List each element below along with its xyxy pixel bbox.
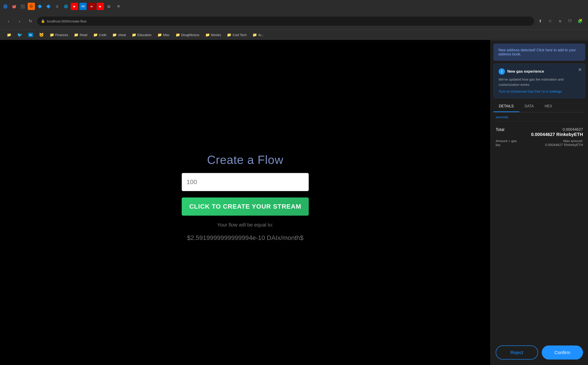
gas-notice-header: i New gas experience (499, 68, 580, 75)
folder-icon-education: 📁 (132, 33, 136, 37)
tab-favicon-7[interactable]: 🌐 (62, 3, 69, 10)
bookmark-cooltech[interactable]: 📁 Cool Tech (225, 32, 249, 38)
tab-favicon-yt2[interactable]: ▶ (97, 3, 104, 10)
total-row: Total 0.00044627 0.00044627 RinkebyETH (496, 127, 583, 137)
bookmarks-bar: 📁 🐦 in 🐱 📁 Finances 📁 Read 📁 Code 📁 chea… (0, 29, 588, 40)
address-banner[interactable]: New address detected! Click here to add … (493, 44, 585, 61)
folder-icon-movies: 📁 (205, 33, 210, 37)
folder-icon-code: 📁 (93, 33, 98, 37)
tab-favicon-6[interactable]: ||| (54, 3, 61, 10)
flow-equal-label: Your flow will be equal to: (217, 222, 273, 228)
total-section: Total 0.00044627 0.00044627 RinkebyETH A… (491, 124, 588, 151)
address-bar[interactable]: 🔒 localhost:3000/create-flow (37, 17, 534, 26)
max-amount-label: Max amount: (545, 139, 583, 143)
amount-gas-row: Amount + gasfee Max amount: 0.00044627 R… (496, 139, 583, 147)
tab-close-btn[interactable]: ✕ (115, 3, 122, 10)
tab-favicon-5[interactable]: 🔷 (45, 3, 52, 10)
shield-icon[interactable]: 🛡 (567, 18, 574, 25)
bird-icon: 🐦 (17, 32, 22, 37)
gas-notice-close-button[interactable]: ✕ (578, 67, 582, 72)
folder-icon-finances: 📁 (50, 33, 54, 37)
folder-icon-misc: 📁 (157, 33, 162, 37)
folder-icon-doughlicious: 📁 (176, 33, 180, 37)
tab-favicon-vs[interactable]: VS (79, 3, 87, 10)
total-eth-small: 0.00044627 (563, 127, 583, 132)
tab-favicon-0[interactable]: 🌀 (2, 3, 9, 10)
bookmark-label-misc: Misc (163, 33, 170, 37)
bookmark-read[interactable]: 📁 Read (72, 32, 89, 38)
share-icon[interactable]: ⬆ (537, 18, 544, 25)
gas-notice-body: We've updated how gas fee estimation and… (499, 77, 580, 87)
tab-hex[interactable]: HEX (539, 101, 558, 112)
folder-icon-cooltech: 📁 (227, 33, 231, 37)
gas-info-icon: i (499, 68, 505, 75)
seconds-label: seconds (491, 112, 588, 119)
tab-bar: 🌀 🐙 ⬛ G 🔷 🔷 ||| 🌐 ▶ VS m ▶ Ш ✕ (0, 0, 588, 13)
tab-data[interactable]: DATA (519, 101, 539, 112)
confirm-button[interactable]: Confirm (542, 345, 583, 359)
folder-icon: 📁 (7, 33, 11, 37)
bookmark-label-movies: Movies (211, 33, 221, 37)
flow-amount-input[interactable] (182, 173, 309, 191)
bookmark-icon[interactable]: ☆ (547, 18, 554, 25)
toolbar-icons: ⬆ ☆ ⧉ 🛡 🧩 (537, 18, 583, 25)
bookmark-cheat[interactable]: 📁 cheat (110, 32, 128, 38)
amount-gas-label: Amount + gasfee (496, 139, 517, 147)
tab-favicon-yt[interactable]: ▶ (71, 3, 78, 10)
bookmark-label-cheat: cheat (118, 33, 126, 37)
bookmark-label-finances: Finances (55, 33, 68, 37)
tab-favicon-w[interactable]: Ш (105, 3, 113, 10)
divider (495, 121, 583, 121)
browser-chrome: 🌀 🐙 ⬛ G 🔷 🔷 ||| 🌐 ▶ VS m ▶ Ш ✕ ‹ › ↻ 🔒 l… (0, 0, 588, 29)
create-flow-section: Create a Flow CLICK TO CREATE YOUR STREA… (177, 153, 313, 241)
bookmark-label-ar: Ar... (258, 33, 264, 37)
bookmark-item-in[interactable]: in (26, 32, 35, 38)
gas-notice-link[interactable]: Turn on Enhanced Gas Fee UI in Settings (499, 89, 562, 93)
forward-button[interactable]: › (15, 17, 24, 25)
folder-icon-ar: 📁 (253, 33, 257, 37)
bookmark-ar[interactable]: 📁 Ar... (250, 32, 266, 38)
bookmark-label-doughlicious: Doughlicious (181, 33, 199, 37)
total-eth-large: 0.00044627 RinkebyETH (531, 132, 583, 137)
folder-icon-cheat: 📁 (112, 33, 117, 37)
address-banner-text: New address detected! Click here to add … (498, 48, 576, 56)
bookmark-item-bird[interactable]: 🐦 (15, 32, 25, 38)
url-text: localhost:3000/create-flow (47, 19, 86, 23)
bookmark-label-read: Read (80, 33, 87, 37)
refresh-button[interactable]: ↻ (26, 17, 34, 25)
reject-button[interactable]: Reject (496, 345, 538, 359)
bookmark-label-code: Code (99, 33, 106, 37)
bookmark-finances[interactable]: 📁 Finances (48, 32, 71, 38)
bookmark-doughlicious[interactable]: 📁 Doughlicious (173, 32, 202, 38)
bookmark-item-gh[interactable]: 🐱 (37, 32, 46, 38)
flow-value: $2.5919999999999994e-10 DAIx/month$ (187, 234, 304, 241)
max-amount-value: 0.00044627 RinkebyETH (545, 143, 583, 147)
folder-icon-read: 📁 (74, 33, 78, 37)
bookmark-label-cooltech: Cool Tech (232, 33, 246, 37)
tab-details[interactable]: DETAILS (493, 101, 519, 112)
extensions-icon[interactable]: 🧩 (577, 18, 583, 25)
bookmark-code[interactable]: 📁 Code (91, 32, 109, 38)
bookmark-misc[interactable]: 📁 Misc (155, 32, 172, 38)
max-amount-col: Max amount: 0.00044627 RinkebyETH (545, 139, 583, 147)
tab-groups-icon[interactable]: ⧉ (557, 18, 563, 25)
gh-icon: 🐱 (39, 32, 44, 37)
tab-favicon-1[interactable]: 🐙 (10, 3, 18, 10)
tab-favicon-3[interactable]: G (28, 3, 35, 10)
gas-notice-box: ✕ i New gas experience We've updated how… (493, 63, 585, 98)
tab-favicon-mb[interactable]: m (88, 3, 95, 10)
metamask-panel: MetaMask Notification Rinkeby Test Netwo… (491, 0, 588, 365)
tab-favicon-4[interactable]: 🔷 (36, 3, 44, 10)
gas-notice-title: New gas experience (507, 69, 544, 74)
create-stream-button[interactable]: CLICK TO CREATE YOUR STREAM (182, 197, 309, 216)
total-label: Total (496, 127, 504, 132)
back-button[interactable]: ‹ (5, 17, 13, 25)
tab-favicon-2[interactable]: ⬛ (19, 3, 26, 10)
amount-gas-text: Amount + gasfee (496, 139, 517, 147)
bookmark-education[interactable]: 📁 Education (130, 32, 154, 38)
metamask-tabs: DETAILS DATA HEX (493, 101, 585, 112)
browser-content: Create a Flow CLICK TO CREATE YOUR STREA… (0, 29, 491, 365)
bookmark-label-education: Education (137, 33, 151, 37)
bookmark-item-0[interactable]: 📁 (5, 32, 14, 38)
bookmark-movies[interactable]: 📁 Movies (203, 32, 223, 38)
